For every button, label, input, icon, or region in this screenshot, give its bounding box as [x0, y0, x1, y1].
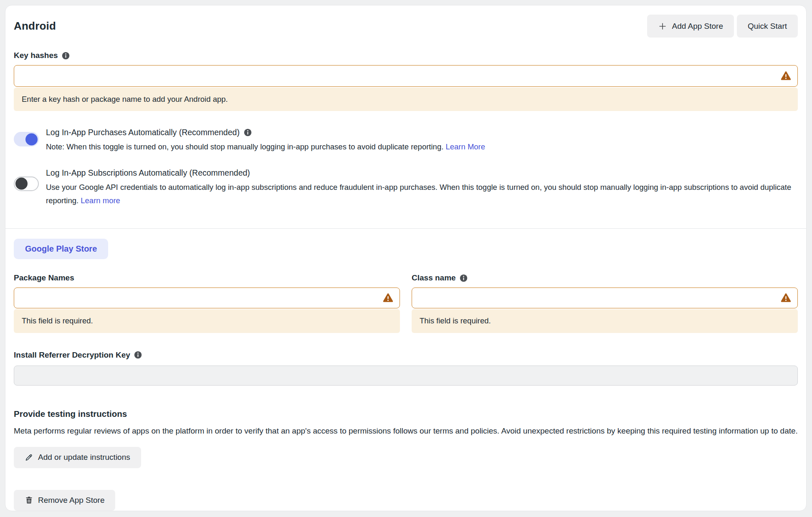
key-hashes-input[interactable]	[14, 65, 798, 87]
class-name-column: Class name This field is required.	[412, 273, 798, 333]
warning-triangle-icon	[780, 293, 792, 304]
install-referrer-section: Install Referrer Decryption Key	[14, 351, 798, 386]
pencil-icon	[25, 453, 33, 462]
package-class-grid: Package Names This field is required. Cl…	[14, 273, 798, 333]
in-app-purchases-label: Log In-App Purchases Automatically (Reco…	[46, 128, 240, 137]
toggle-knob	[25, 133, 38, 145]
install-referrer-input[interactable]	[14, 366, 798, 386]
header-actions: Add App Store Quick Start	[647, 15, 798, 38]
class-name-error: This field is required.	[412, 309, 798, 333]
in-app-purchases-toggle[interactable]	[14, 132, 39, 146]
android-app-store-card: Android Add App Store Quick Start Key ha…	[5, 5, 807, 511]
add-update-instructions-label: Add or update instructions	[38, 453, 130, 462]
warning-triangle-icon	[780, 71, 792, 82]
in-app-subscriptions-row: Log In-App Subscriptions Automatically (…	[14, 168, 798, 208]
in-app-purchases-note: Note: When this toggle is turned on, you…	[46, 142, 443, 151]
package-names-field	[14, 288, 400, 308]
learn-more-link[interactable]: Learn More	[445, 142, 485, 151]
trash-icon	[25, 496, 33, 504]
info-icon[interactable]	[244, 129, 252, 136]
plus-icon	[658, 22, 667, 31]
quick-start-button[interactable]: Quick Start	[737, 15, 798, 38]
class-name-field	[412, 288, 798, 308]
key-hashes-hint: Enter a key hash or package name to add …	[14, 88, 798, 111]
info-icon[interactable]	[62, 52, 70, 60]
key-hashes-label-row: Key hashes	[14, 51, 798, 60]
package-names-input[interactable]	[14, 288, 400, 308]
remove-app-store-button[interactable]: Remove App Store	[14, 490, 115, 511]
package-names-label: Package Names	[14, 273, 74, 282]
class-name-label: Class name	[412, 273, 456, 282]
in-app-subscriptions-text: Log In-App Subscriptions Automatically (…	[46, 168, 798, 208]
in-app-subscriptions-label: Log In-App Subscriptions Automatically (…	[46, 168, 250, 178]
class-name-input[interactable]	[412, 288, 798, 308]
add-app-store-label: Add App Store	[672, 22, 723, 31]
learn-more-link[interactable]: Learn more	[81, 196, 120, 205]
add-update-instructions-button[interactable]: Add or update instructions	[14, 447, 141, 468]
page-title: Android	[14, 20, 56, 33]
info-icon[interactable]	[460, 274, 468, 282]
key-hashes-field	[14, 65, 798, 87]
quick-start-label: Quick Start	[748, 22, 787, 31]
package-names-error: This field is required.	[14, 309, 400, 333]
info-icon[interactable]	[134, 351, 142, 359]
in-app-purchases-text: Log In-App Purchases Automatically (Reco…	[46, 128, 798, 154]
section-divider	[5, 228, 806, 229]
install-referrer-label: Install Referrer Decryption Key	[14, 351, 130, 360]
in-app-purchases-row: Log In-App Purchases Automatically (Reco…	[14, 128, 798, 154]
key-hashes-label: Key hashes	[14, 51, 58, 60]
header: Android Add App Store Quick Start	[14, 15, 798, 38]
add-app-store-button[interactable]: Add App Store	[647, 15, 734, 38]
testing-instructions-section: Provide testing instructions Meta perfor…	[14, 409, 798, 468]
remove-app-store-label: Remove App Store	[38, 496, 104, 505]
google-play-store-badge[interactable]: Google Play Store	[14, 239, 108, 259]
toggle-knob	[15, 178, 28, 190]
package-names-column: Package Names This field is required.	[14, 273, 400, 333]
testing-instructions-heading: Provide testing instructions	[14, 409, 798, 419]
testing-instructions-body: Meta performs regular reviews of apps on…	[14, 424, 798, 438]
warning-triangle-icon	[382, 293, 394, 304]
in-app-subscriptions-note: Use your Google API credentials to autom…	[46, 183, 791, 205]
in-app-subscriptions-toggle[interactable]	[14, 177, 39, 191]
